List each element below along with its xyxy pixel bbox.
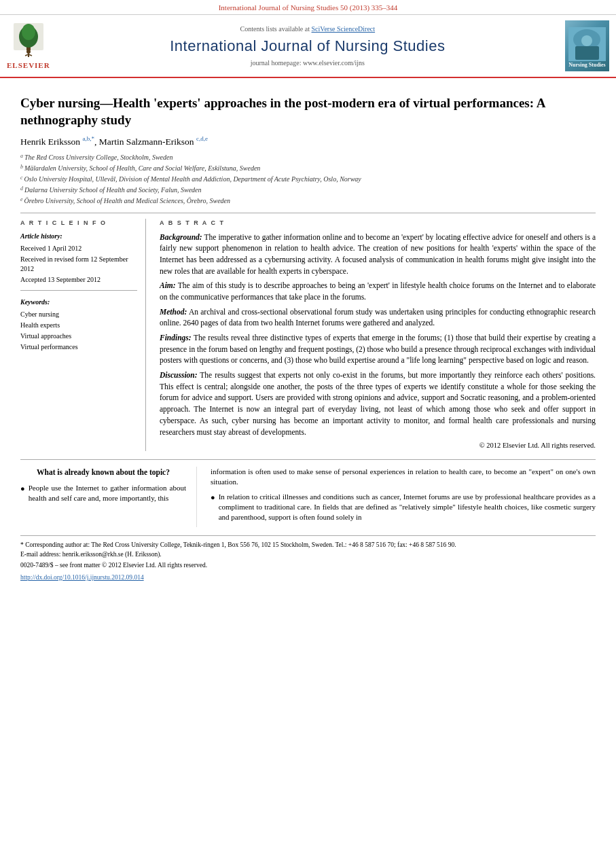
article-history-label: Article history: bbox=[20, 232, 137, 241]
article-body-two-col: A R T I C L E I N F O Article history: R… bbox=[20, 219, 596, 451]
keyword-3: Virtual approaches bbox=[20, 332, 137, 341]
abstract-aim: Aim: The aim of this study is to describ… bbox=[160, 280, 596, 302]
elsevier-wordmark: ELSEVIER bbox=[7, 60, 50, 71]
keyword-2: Health experts bbox=[20, 321, 137, 330]
elsevier-tree-icon bbox=[8, 22, 49, 59]
svg-point-3 bbox=[22, 24, 35, 40]
discussion-label: Discussion: bbox=[160, 371, 198, 379]
divider-1 bbox=[20, 213, 596, 213]
known-right-bullet-1: information is often used to make sense … bbox=[211, 467, 596, 488]
issn-line: 0020-7489/$ – see front matter © 2012 El… bbox=[20, 560, 596, 570]
abstract-findings: Findings: The results reveal three disti… bbox=[160, 332, 596, 366]
method-label: Method: bbox=[160, 308, 187, 316]
affil-c: c Oslo University Hospital, Ullevål, Div… bbox=[20, 174, 596, 184]
abstract-background: Background: The imperative to gather inf… bbox=[160, 232, 596, 277]
svg-point-11 bbox=[581, 35, 592, 46]
svg-point-4 bbox=[26, 50, 31, 54]
known-bullet-1-text: People use the Internet to gather inform… bbox=[29, 483, 186, 504]
known-right-bullet-1-text: information is often used to make sense … bbox=[211, 467, 596, 488]
article-info-column: A R T I C L E I N F O Article history: R… bbox=[20, 219, 146, 451]
abstract-method: Method: An archival and cross-sectional … bbox=[160, 306, 596, 329]
journal-citation: International Journal of Nursing Studies… bbox=[219, 3, 398, 12]
accepted-date: Accepted 13 September 2012 bbox=[20, 275, 137, 285]
affil-d: d Dalarna University School of Health an… bbox=[20, 185, 596, 195]
background-label: Background: bbox=[160, 233, 202, 241]
aim-label: Aim: bbox=[160, 281, 176, 289]
svg-rect-10 bbox=[575, 46, 599, 60]
journal-homepage: journal homepage: www.elsevier.com/ijns bbox=[50, 58, 565, 68]
journal-top-bar: International Journal of Nursing Studies… bbox=[0, 0, 616, 15]
abstract-discussion: Discussion: The results suggest that exp… bbox=[160, 370, 596, 437]
discussion-text: The results suggest that experts not onl… bbox=[160, 371, 596, 435]
copyright-line: © 2012 Elsevier Ltd. All rights reserved… bbox=[160, 441, 596, 451]
header-banner: ELSEVIER Contents lists available at Sci… bbox=[0, 15, 616, 78]
affil-e: e Örebro University, School of Health an… bbox=[20, 196, 596, 206]
bullet-dot-2: ● bbox=[211, 493, 215, 523]
sciverse-link[interactable]: SciVerse ScienceDirect bbox=[312, 25, 376, 33]
known-section: What is already known about the topic? ●… bbox=[20, 459, 596, 527]
known-right-bullet-2: ● In relation to critical illnesses and … bbox=[211, 492, 596, 523]
authors-line: Henrik Eriksson a,b,*, Martin Salzmann-E… bbox=[20, 135, 596, 148]
elsevier-logo: ELSEVIER bbox=[7, 22, 50, 71]
article-title: Cyber nursing—Health 'experts' approache… bbox=[20, 95, 596, 128]
known-right-col: information is often used to make sense … bbox=[211, 467, 596, 527]
header-center: Contents lists available at SciVerse Sci… bbox=[50, 24, 565, 68]
aim-text: The aim of this study is to describe app… bbox=[160, 281, 596, 301]
nursing-studies-label: Nursing Studies bbox=[568, 61, 605, 69]
keyword-1: Cyber nursing bbox=[20, 310, 137, 319]
affiliations: a The Red Cross University College, Stoc… bbox=[20, 152, 596, 206]
received-date: Received 1 April 2012 bbox=[20, 244, 137, 253]
main-content: Cyber nursing—Health 'experts' approache… bbox=[0, 78, 616, 588]
background-text: The imperative to gather information onl… bbox=[160, 233, 596, 275]
corresponding-author-note: * Corresponding author at: The Red Cross… bbox=[20, 540, 596, 550]
method-text: An archival and cross-sectional observat… bbox=[160, 308, 596, 327]
doi-link[interactable]: http://dx.doi.org/10.1016/j.ijnurstu.201… bbox=[20, 573, 596, 582]
article-info-label: A R T I C L E I N F O bbox=[20, 219, 137, 228]
received-revised-date: Received in revised form 12 September 20… bbox=[20, 255, 137, 274]
findings-label: Findings: bbox=[160, 334, 192, 342]
known-left-col: What is already known about the topic? ●… bbox=[20, 467, 197, 527]
affil-a: a The Red Cross University College, Stoc… bbox=[20, 152, 596, 162]
bullet-dot-1: ● bbox=[20, 484, 25, 504]
author-henrik: Henrik Eriksson bbox=[20, 136, 83, 146]
sciverse-line: Contents lists available at SciVerse Sci… bbox=[50, 24, 565, 34]
known-right-bullet-2-text: In relation to critical illnesses and co… bbox=[219, 492, 596, 523]
keywords-label: Keywords: bbox=[20, 298, 137, 307]
findings-text: The results reveal three distinctive typ… bbox=[160, 334, 596, 364]
journal-cover-thumbnail: Nursing Studies bbox=[565, 20, 609, 71]
journal-title: International Journal of Nursing Studies bbox=[50, 36, 565, 57]
info-divider bbox=[20, 290, 137, 291]
affil-b: b Mälardalen University, School of Healt… bbox=[20, 163, 596, 173]
abstract-column: A B S T R A C T Background: The imperati… bbox=[160, 219, 596, 451]
known-bullet-1: ● People use the Internet to gather info… bbox=[20, 483, 186, 504]
email-note: E-mail address: henrik.eriksson@rkh.se (… bbox=[20, 550, 596, 559]
journal-cover-art bbox=[568, 27, 606, 61]
footnote-area: * Corresponding author at: The Red Cross… bbox=[20, 535, 596, 582]
known-title: What is already known about the topic? bbox=[20, 467, 186, 478]
keyword-4: Virtual performances bbox=[20, 342, 137, 352]
abstract-label: A B S T R A C T bbox=[160, 219, 596, 228]
